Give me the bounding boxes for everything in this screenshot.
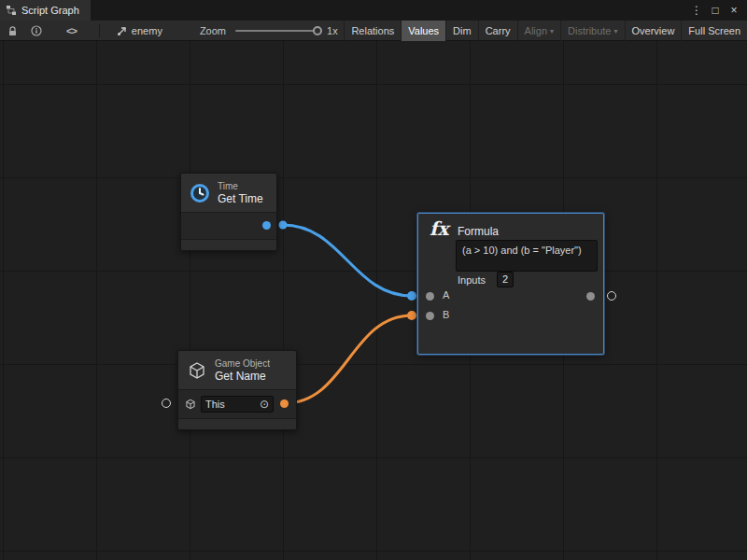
game-object-cube-icon	[186, 359, 208, 382]
toolbar-button-values[interactable]: Values	[401, 21, 445, 41]
graph-arrow-icon	[117, 25, 128, 36]
node-title: Formula	[458, 225, 499, 238]
node-get-name-body: This ⊙	[178, 390, 296, 418]
input-port-a[interactable]	[426, 292, 434, 301]
script-graph-icon	[6, 5, 17, 16]
object-picker-icon[interactable]: ⊙	[260, 398, 269, 411]
node-category: Time	[218, 181, 263, 192]
toolbar-button-group: Relations Values Dim Carry Align ▾ Distr…	[344, 21, 747, 41]
input-port-b[interactable]	[426, 312, 434, 320]
port-a-label: A	[443, 289, 449, 301]
graph-canvas[interactable]: Time Get Time Game Object Get Name	[0, 41, 747, 560]
node-title: Get Time	[218, 192, 263, 205]
node-formula[interactable]: fx Formula (a > 10) and (b = "Player") I…	[417, 213, 604, 355]
graph-toolbar: <> enemy Zoom 1x Relations Values Dim Ca…	[0, 21, 747, 41]
script-graph-window: Script Graph ⋮ □ × <>	[0, 0, 747, 560]
input-port-target-unconnected[interactable]	[162, 399, 171, 408]
node-footer	[178, 418, 296, 429]
more-menu-button[interactable]: ⋮	[689, 4, 704, 17]
wire-gettime-to-formula-a[interactable]	[283, 225, 412, 296]
wire-endpoint-dot[interactable]	[407, 291, 416, 301]
zoom-value: 1x	[327, 25, 338, 36]
output-port-name[interactable]	[280, 399, 289, 408]
lock-button[interactable]	[7, 21, 18, 41]
wire-endpoint-dot[interactable]	[279, 221, 288, 230]
title-bar: Script Graph ⋮ □ ×	[0, 0, 747, 21]
port-b-label: B	[443, 309, 449, 320]
close-button[interactable]: ×	[726, 4, 741, 17]
lock-icon	[7, 25, 18, 36]
tab-script-graph[interactable]: Script Graph	[0, 0, 91, 21]
node-get-time-body	[181, 213, 276, 239]
output-port-time[interactable]	[262, 221, 271, 230]
graph-name-label: enemy	[132, 25, 162, 36]
code-view-button[interactable]: <>	[66, 21, 77, 41]
target-value: This	[205, 399, 225, 410]
toolbar-separator	[99, 24, 100, 37]
node-get-time[interactable]: Time Get Time	[180, 173, 277, 251]
fx-icon: fx	[430, 217, 449, 240]
zoom-slider-handle[interactable]	[313, 26, 322, 35]
toolbar-button-carry[interactable]: Carry	[478, 21, 517, 41]
zoom-slider[interactable]	[235, 30, 317, 32]
node-category: Game Object	[215, 358, 270, 370]
node-footer	[181, 239, 276, 250]
wire-getname-to-formula-b[interactable]	[285, 315, 412, 403]
cube-icon	[184, 398, 197, 411]
output-port-result[interactable]	[586, 292, 595, 301]
info-button[interactable]	[31, 21, 42, 41]
formula-expression-input[interactable]: (a > 10) and (b = "Player")	[456, 240, 598, 272]
dropdown-arrow-icon: ▾	[614, 27, 618, 35]
toolbar-button-distribute[interactable]: Distribute ▾	[560, 21, 624, 41]
wire-endpoint-dot[interactable]	[407, 311, 416, 320]
maximize-button[interactable]: □	[708, 4, 723, 17]
target-dropdown[interactable]: This ⊙	[201, 396, 274, 413]
toolbar-button-relations[interactable]: Relations	[344, 21, 401, 41]
inputs-label: Inputs	[458, 274, 486, 286]
info-icon	[31, 25, 42, 36]
wire-layer	[0, 41, 747, 560]
node-get-name-header[interactable]: Game Object Get Name	[178, 351, 296, 390]
toolbar-button-fullscreen[interactable]: Full Screen	[681, 21, 747, 41]
tab-title: Script Graph	[21, 5, 79, 16]
toolbar-button-overview[interactable]: Overview	[625, 21, 682, 41]
output-port-result-unconnected[interactable]	[607, 291, 616, 301]
graph-name-breadcrumb[interactable]: enemy	[117, 25, 162, 36]
dropdown-arrow-icon: ▾	[550, 27, 554, 35]
toolbar-button-align[interactable]: Align ▾	[517, 21, 560, 41]
zoom-label: Zoom	[200, 25, 226, 36]
node-get-name[interactable]: Game Object Get Name This ⊙	[177, 350, 297, 430]
node-title: Get Name	[215, 370, 270, 383]
toolbar-button-dim[interactable]: Dim	[445, 21, 478, 41]
clock-icon	[189, 182, 211, 204]
node-get-time-header[interactable]: Time Get Time	[181, 174, 276, 213]
window-controls: ⋮ □ ×	[689, 0, 747, 21]
inputs-count-field[interactable]: 2	[497, 272, 514, 287]
